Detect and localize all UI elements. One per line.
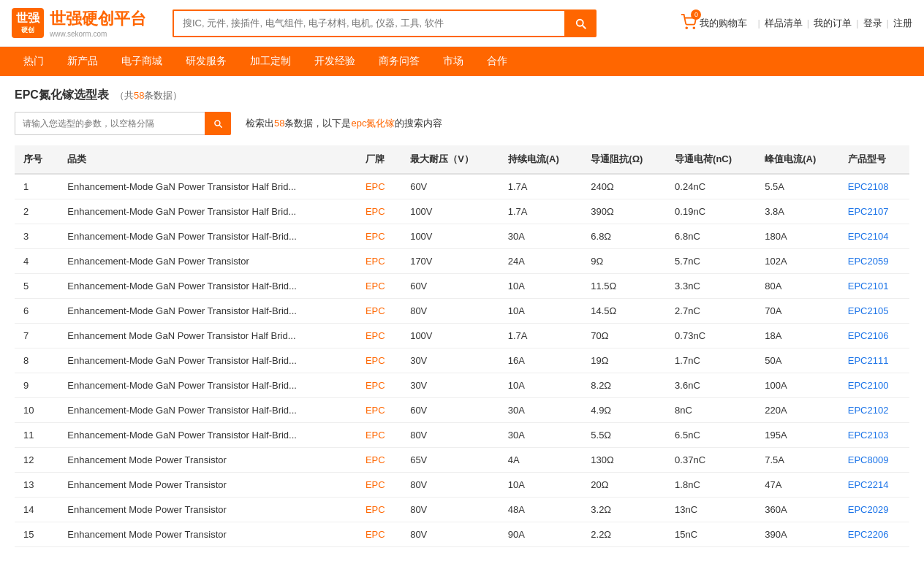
product-link[interactable]: EPC8009: [848, 454, 889, 465]
nav-item-hot[interactable]: 热门: [12, 47, 56, 76]
cell-model[interactable]: EPC2111: [839, 348, 909, 373]
product-link[interactable]: EPC2214: [848, 479, 889, 490]
brand-link[interactable]: EPC: [366, 479, 385, 490]
cell-peak: 100A: [756, 373, 839, 398]
cell-brand[interactable]: EPC: [357, 249, 401, 274]
cell-brand[interactable]: EPC: [357, 373, 401, 398]
cell-model[interactable]: EPC2029: [839, 498, 909, 522]
cell-brand[interactable]: EPC: [357, 348, 401, 373]
cell-brand[interactable]: EPC: [357, 423, 401, 448]
cell-model[interactable]: EPC2206: [839, 522, 909, 547]
brand-link[interactable]: EPC: [366, 281, 385, 291]
cell-model[interactable]: EPC2101: [839, 274, 909, 299]
cell-model[interactable]: EPC2106: [839, 324, 909, 348]
nav-item-business[interactable]: 商务问答: [367, 47, 431, 76]
cell-brand[interactable]: EPC: [357, 199, 401, 224]
cell-model[interactable]: EPC2059: [839, 249, 909, 274]
filter-button[interactable]: [205, 112, 231, 135]
brand-link[interactable]: EPC: [366, 206, 385, 217]
table-row: 10 Enhancement-Mode GaN Power Transistor…: [15, 398, 909, 423]
cell-brand[interactable]: EPC: [357, 398, 401, 423]
product-link[interactable]: EPC2029: [848, 504, 889, 515]
col-header-category: 品类: [58, 145, 357, 174]
brand-link[interactable]: EPC: [366, 504, 385, 515]
cell-brand[interactable]: EPC: [357, 174, 401, 199]
nav-item-rd[interactable]: 研发服务: [174, 47, 238, 76]
cell-model[interactable]: EPC2103: [839, 423, 909, 448]
product-link[interactable]: EPC2102: [848, 405, 889, 416]
cell-brand[interactable]: EPC: [357, 299, 401, 324]
cell-brand[interactable]: EPC: [357, 522, 401, 547]
nav-item-experience[interactable]: 开发经验: [303, 47, 367, 76]
search-input[interactable]: [173, 9, 564, 37]
nav-item-cooperate[interactable]: 合作: [475, 47, 519, 76]
brand-link[interactable]: EPC: [366, 529, 385, 540]
cell-peak: 50A: [756, 348, 839, 373]
svg-point-1: [694, 27, 695, 28]
nav-item-new[interactable]: 新产品: [56, 47, 110, 76]
cell-resistance: 9Ω: [582, 249, 666, 274]
col-header-voltage: 最大耐压（V）: [401, 145, 499, 174]
brand-link[interactable]: EPC: [366, 181, 385, 192]
product-link[interactable]: EPC2104: [848, 231, 889, 242]
product-link[interactable]: EPC2206: [848, 529, 889, 540]
product-link[interactable]: EPC2103: [848, 430, 889, 441]
filter-result: 检索出58条数据，以下是epc氮化镓的搜索内容: [246, 117, 442, 130]
product-link[interactable]: EPC2106: [848, 330, 889, 341]
cell-id: 9: [15, 373, 58, 398]
cell-model[interactable]: EPC2107: [839, 199, 909, 224]
cell-model[interactable]: EPC2100: [839, 373, 909, 398]
cell-model[interactable]: EPC2102: [839, 398, 909, 423]
brand-link[interactable]: EPC: [366, 256, 385, 267]
filter-input[interactable]: [15, 112, 205, 135]
sample-link[interactable]: 样品清单: [765, 17, 803, 30]
cell-brand[interactable]: EPC: [357, 473, 401, 498]
brand-link[interactable]: EPC: [366, 405, 385, 416]
brand-link[interactable]: EPC: [366, 454, 385, 465]
cell-charge: 3.6nC: [666, 373, 756, 398]
register-link[interactable]: 注册: [893, 17, 912, 30]
product-link[interactable]: EPC2108: [848, 181, 889, 192]
product-link[interactable]: EPC2107: [848, 206, 889, 217]
nav-item-market[interactable]: 市场: [431, 47, 475, 76]
cell-resistance: 5.5Ω: [582, 423, 666, 448]
cell-peak: 195A: [756, 423, 839, 448]
nav-item-shop[interactable]: 电子商城: [110, 47, 174, 76]
col-header-charge: 导通电荷(nC): [666, 145, 756, 174]
cell-voltage: 30V: [401, 373, 499, 398]
brand-link[interactable]: EPC: [366, 380, 385, 391]
product-link[interactable]: EPC2101: [848, 281, 889, 291]
cell-model[interactable]: EPC8009: [839, 448, 909, 473]
cell-model[interactable]: EPC2108: [839, 174, 909, 199]
cell-brand[interactable]: EPC: [357, 498, 401, 522]
cell-charge: 13nC: [666, 498, 756, 522]
brand-link[interactable]: EPC: [366, 330, 385, 341]
cell-brand[interactable]: EPC: [357, 274, 401, 299]
cell-category: Enhancement Mode Power Transistor: [58, 498, 357, 522]
brand-link[interactable]: EPC: [366, 305, 385, 316]
product-link[interactable]: EPC2105: [848, 305, 889, 316]
order-link[interactable]: 我的订单: [814, 17, 852, 30]
product-link[interactable]: EPC2111: [848, 355, 889, 366]
table-row: 8 Enhancement-Mode GaN Power Transistor …: [15, 348, 909, 373]
result-keyword[interactable]: epc氮化镓: [351, 118, 395, 129]
brand-link[interactable]: EPC: [366, 355, 385, 366]
cell-brand[interactable]: EPC: [357, 224, 401, 249]
cell-brand[interactable]: EPC: [357, 448, 401, 473]
nav-item-custom[interactable]: 加工定制: [238, 47, 303, 76]
brand-link[interactable]: EPC: [366, 231, 385, 242]
page-title-area: EPC氮化镓选型表 （共58条数据）: [15, 88, 909, 103]
product-link[interactable]: EPC2059: [848, 256, 889, 267]
cell-model[interactable]: EPC2105: [839, 299, 909, 324]
cell-model[interactable]: EPC2104: [839, 224, 909, 249]
logo-line1: 世强: [16, 11, 39, 26]
table-row: 1 Enhancement-Mode GaN Power Transistor …: [15, 174, 909, 199]
cell-voltage: 60V: [401, 174, 499, 199]
login-link[interactable]: 登录: [863, 17, 882, 30]
product-link[interactable]: EPC2100: [848, 380, 889, 391]
search-button[interactable]: [564, 9, 597, 37]
cell-model[interactable]: EPC2214: [839, 473, 909, 498]
cell-brand[interactable]: EPC: [357, 324, 401, 348]
brand-link[interactable]: EPC: [366, 430, 385, 441]
cart-area[interactable]: 0 我的购物车: [681, 14, 747, 32]
